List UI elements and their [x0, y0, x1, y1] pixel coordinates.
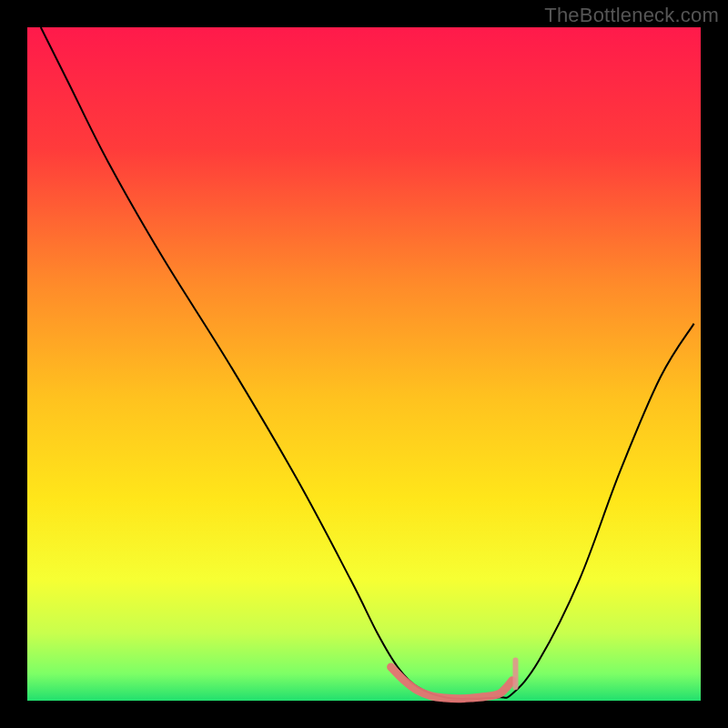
chart-frame: TheBottleneck.com — [0, 0, 728, 728]
chart-canvas — [0, 0, 728, 728]
watermark-text: TheBottleneck.com — [544, 4, 719, 27]
plot-background — [27, 27, 701, 701]
